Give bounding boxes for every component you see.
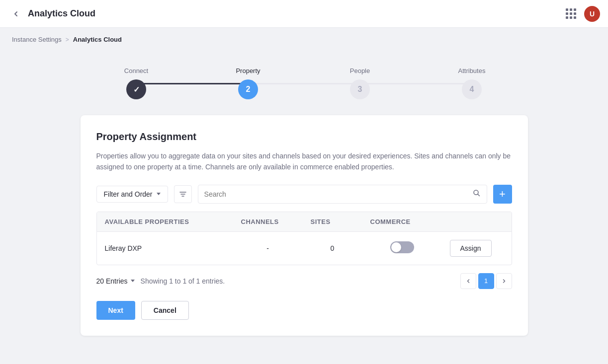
- step-connector-3: [360, 83, 472, 84]
- search-box: [198, 185, 487, 204]
- wizard-stepper: Connect ✓ Property 2 People 3 Attributes…: [81, 67, 528, 99]
- step-connect-label: Connect: [124, 67, 148, 74]
- step-connect: Connect ✓: [81, 67, 192, 99]
- add-property-button[interactable]: +: [493, 185, 512, 204]
- step-people-circle: 3: [350, 79, 370, 99]
- col-action: [442, 212, 512, 231]
- card-title: Property Assignment: [96, 131, 512, 143]
- next-button[interactable]: Next: [96, 301, 135, 320]
- breadcrumb-current: Analytics Cloud: [73, 36, 122, 43]
- breadcrumb-instance-settings[interactable]: Instance Settings: [12, 36, 62, 43]
- step-attributes-label: Attributes: [458, 67, 486, 74]
- showing-entries-text: Showing 1 to 1 of 1 entries.: [141, 277, 454, 285]
- app-header: Analytics Cloud U: [0, 0, 608, 28]
- step-property-circle: 2: [238, 79, 258, 99]
- commerce-toggle[interactable]: [390, 241, 414, 253]
- col-sites: Sites: [303, 212, 362, 231]
- apps-grid-icon[interactable]: [566, 8, 576, 19]
- entries-select[interactable]: 20 Entries: [96, 277, 135, 285]
- entries-label: 20 Entries: [96, 277, 128, 285]
- property-assignment-card: Property Assignment Properties allow you…: [81, 115, 528, 336]
- col-available-properties: Available Properties: [97, 212, 233, 231]
- step-connector-2: [248, 83, 360, 84]
- search-icon[interactable]: [473, 189, 481, 199]
- breadcrumb-separator: >: [66, 36, 69, 43]
- breadcrumb: Instance Settings > Analytics Cloud: [0, 28, 608, 47]
- prev-page-button[interactable]: [460, 273, 476, 289]
- row-commerce: [362, 233, 442, 263]
- footer-buttons: Next Cancel: [96, 301, 512, 320]
- row-sites: 0: [303, 236, 362, 260]
- user-avatar[interactable]: U: [584, 6, 600, 22]
- toggle-knob: [391, 242, 401, 252]
- table-row: Liferay DXP - 0 Assign: [97, 232, 512, 265]
- main-content: Connect ✓ Property 2 People 3 Attributes…: [0, 47, 608, 348]
- filter-order-button[interactable]: Filter and Order: [96, 186, 168, 203]
- table-toolbar: Filter and Order +: [96, 185, 512, 204]
- row-action: Assign: [442, 232, 512, 265]
- back-button[interactable]: [8, 6, 24, 22]
- assign-button[interactable]: Assign: [450, 240, 492, 257]
- cancel-button[interactable]: Cancel: [141, 301, 189, 320]
- step-attributes-circle: 4: [462, 79, 482, 99]
- search-input[interactable]: [204, 190, 473, 198]
- row-channels: -: [233, 236, 303, 260]
- filter-order-label: Filter and Order: [104, 190, 153, 198]
- chevron-down-icon: [157, 193, 161, 195]
- header-actions: U: [566, 6, 600, 22]
- row-name: Liferay DXP: [97, 236, 233, 260]
- step-connector-1: [136, 83, 248, 84]
- properties-table: Available Properties Channels Sites Comm…: [96, 212, 512, 265]
- col-commerce: Commerce: [362, 212, 442, 231]
- col-channels: Channels: [233, 212, 303, 231]
- sort-button[interactable]: [174, 185, 192, 203]
- card-description: Properties allow you to aggregate data o…: [96, 150, 512, 173]
- app-title: Analytics Cloud: [28, 8, 95, 19]
- page-navigation: 1: [460, 273, 512, 289]
- step-property-label: Property: [236, 67, 260, 74]
- page-1-button[interactable]: 1: [478, 273, 494, 289]
- pagination-row: 20 Entries Showing 1 to 1 of 1 entries. …: [96, 273, 512, 289]
- next-page-button[interactable]: [496, 273, 512, 289]
- entries-chevron-icon: [131, 280, 135, 282]
- step-people-label: People: [350, 67, 370, 74]
- step-connect-circle: ✓: [126, 79, 146, 99]
- table-header: Available Properties Channels Sites Comm…: [97, 212, 512, 232]
